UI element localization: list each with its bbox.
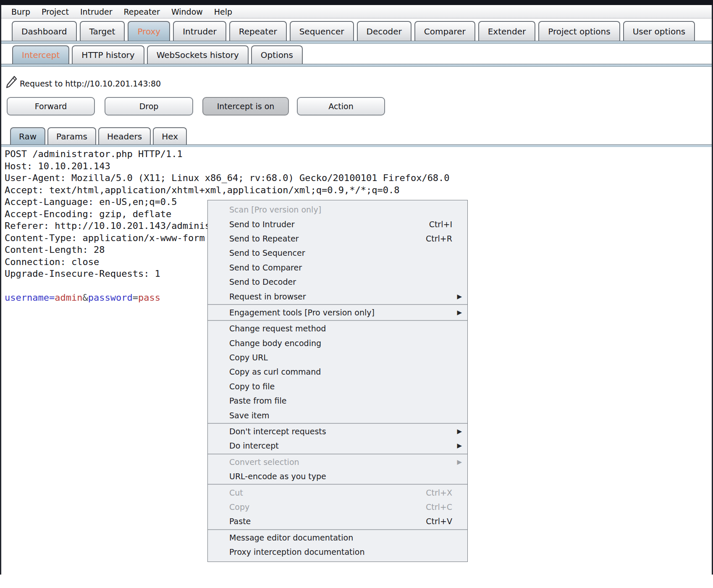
- tab-extender[interactable]: Extender: [478, 21, 536, 41]
- tab-project-options[interactable]: Project options: [538, 21, 620, 41]
- context-menu-item-send-to-comparer[interactable]: Send to Comparer: [208, 260, 467, 275]
- context-menu-item-copy-to-file[interactable]: Copy to file: [208, 379, 467, 394]
- subtab-intercept[interactable]: Intercept: [12, 45, 69, 64]
- context-menu-item-label: Request in browser: [229, 292, 306, 301]
- menubar-item-intruder[interactable]: Intruder: [80, 7, 113, 16]
- context-menu-separator: [208, 529, 467, 530]
- menubar-item-burp[interactable]: Burp: [11, 7, 30, 16]
- request-line: Host: 10.10.201.143: [5, 160, 712, 173]
- body-token: password: [88, 292, 133, 303]
- submenu-arrow-icon: ▶: [457, 428, 462, 435]
- context-menu-item-paste[interactable]: PasteCtrl+V: [208, 514, 467, 528]
- action-button[interactable]: Action: [297, 97, 385, 116]
- body-token: username: [5, 292, 49, 303]
- context-menu-item-label: Save item: [229, 411, 270, 420]
- context-menu-item-copy: CopyCtrl+C: [208, 500, 467, 514]
- context-menu-item-do-intercept[interactable]: Do intercept▶: [208, 438, 467, 453]
- shortcut-label: Ctrl+I: [429, 220, 462, 229]
- context-menu-item-send-to-intruder[interactable]: Send to IntruderCtrl+I: [208, 217, 467, 231]
- context-menu-item-url-encode-as-you-type[interactable]: URL-encode as you type: [208, 469, 467, 483]
- menubar: BurpProjectIntruderRepeaterWindowHelp: [1, 5, 712, 18]
- menubar-item-help[interactable]: Help: [214, 7, 232, 16]
- message-editor-tab-bar: RawParamsHeadersHex: [1, 126, 712, 144]
- request-line: POST /administrator.php HTTP/1.1: [5, 148, 712, 160]
- body-token: admin: [55, 292, 82, 303]
- subtab-websockets-history[interactable]: WebSockets history: [147, 45, 249, 64]
- context-menu-separator: [208, 423, 467, 424]
- context-menu-item-request-in-browser[interactable]: Request in browser▶: [208, 289, 467, 303]
- request-line: Accept: text/html,application/xhtml+xml,…: [5, 184, 712, 197]
- shortcut-label: Ctrl+R: [426, 234, 462, 243]
- context-menu-separator: [208, 454, 467, 454]
- context-menu-item-send-to-decoder[interactable]: Send to Decoder: [208, 275, 467, 289]
- shortcut-label: Ctrl+V: [426, 517, 462, 526]
- tab-band: [1, 64, 712, 67]
- tab-comparer[interactable]: Comparer: [414, 21, 475, 41]
- context-menu-item-message-editor-documentation[interactable]: Message editor documentation: [208, 530, 467, 545]
- context-menu-item-copy-url[interactable]: Copy URL: [208, 350, 467, 365]
- body-token: &: [82, 292, 88, 303]
- body-token: =: [49, 292, 55, 303]
- context-menu-item-label: Scan [Pro version only]: [229, 205, 321, 214]
- context-menu-item-change-body-encoding[interactable]: Change body encoding: [208, 336, 467, 350]
- forward-button[interactable]: Forward: [7, 97, 95, 116]
- context-menu-item-label: Copy: [229, 502, 249, 512]
- shortcut-label: Ctrl+X: [426, 488, 462, 497]
- context-menu-item-label: Convert selection: [229, 457, 299, 467]
- context-menu-item-send-to-sequencer[interactable]: Send to Sequencer: [208, 246, 467, 260]
- context-menu-item-proxy-interception-documentation[interactable]: Proxy interception documentation: [208, 545, 467, 559]
- context-menu-item-label: Engagement tools [Pro version only]: [229, 308, 375, 317]
- context-menu-item-label: Copy URL: [229, 353, 268, 362]
- body-token: =: [133, 292, 138, 303]
- context-menu-item-label: Copy as curl command: [229, 367, 321, 376]
- context-menu-item-engagement-tools-pro-version-only[interactable]: Engagement tools [Pro version only]▶: [208, 305, 467, 320]
- request-line: User-Agent: Mozilla/5.0 (X11; Linux x86_…: [5, 172, 712, 184]
- context-menu-item-label: Send to Intruder: [229, 220, 295, 229]
- editor-tab-params[interactable]: Params: [47, 127, 96, 144]
- context-menu-item-save-item[interactable]: Save item: [208, 408, 467, 422]
- tab-sequencer[interactable]: Sequencer: [290, 21, 354, 41]
- body-token: pass: [138, 292, 160, 303]
- menubar-item-repeater[interactable]: Repeater: [123, 7, 160, 16]
- menubar-item-window[interactable]: Window: [171, 7, 203, 16]
- context-menu-item-paste-from-file[interactable]: Paste from file: [208, 394, 467, 408]
- context-menu-item-don-t-intercept-requests[interactable]: Don't intercept requests▶: [208, 424, 467, 438]
- editor-tab-hex[interactable]: Hex: [153, 127, 187, 144]
- context-menu-item-change-request-method[interactable]: Change request method: [208, 321, 467, 336]
- proxy-sub-tab-bar: InterceptHTTP historyWebSockets historyO…: [1, 44, 712, 64]
- context-menu-item-convert-selection: Convert selection▶: [208, 455, 467, 469]
- context-menu-item-label: Send to Comparer: [229, 263, 302, 272]
- subtab-options[interactable]: Options: [251, 45, 303, 64]
- tab-user-options[interactable]: User options: [623, 21, 695, 41]
- intercept-is-on-button[interactable]: Intercept is on: [202, 97, 289, 116]
- menubar-item-project[interactable]: Project: [42, 7, 69, 16]
- editor-tab-raw[interactable]: Raw: [10, 127, 45, 144]
- context-menu-item-copy-as-curl-command[interactable]: Copy as curl command: [208, 365, 467, 379]
- tab-repeater[interactable]: Repeater: [229, 21, 287, 41]
- tab-decoder[interactable]: Decoder: [357, 21, 412, 41]
- tab-target[interactable]: Target: [80, 21, 125, 41]
- context-menu-item-label: Message editor documentation: [229, 533, 353, 542]
- tab-band: [1, 41, 712, 44]
- context-menu-item-label: Cut: [229, 488, 243, 497]
- context-menu-separator: [208, 320, 467, 321]
- context-menu-item-cut: CutCtrl+X: [208, 485, 467, 499]
- pencil-icon: [5, 75, 17, 90]
- editor-tab-headers[interactable]: Headers: [98, 127, 151, 144]
- context-menu-item-label: Paste from file: [229, 396, 287, 405]
- drop-button[interactable]: Drop: [105, 97, 193, 116]
- tab-intruder[interactable]: Intruder: [173, 21, 226, 41]
- submenu-arrow-icon: ▶: [457, 442, 462, 449]
- main-tab-bar: DashboardTargetProxyIntruderRepeaterSequ…: [1, 18, 712, 41]
- context-menu-item-label: Send to Repeater: [229, 234, 299, 243]
- context-menu-item-label: Don't intercept requests: [229, 427, 326, 436]
- submenu-arrow-icon: ▶: [457, 309, 462, 316]
- context-menu-item-label: Copy to file: [229, 382, 275, 391]
- subtab-http-history[interactable]: HTTP history: [72, 45, 144, 64]
- tab-proxy[interactable]: Proxy: [128, 21, 170, 41]
- context-menu-item-send-to-repeater[interactable]: Send to RepeaterCtrl+R: [208, 231, 467, 246]
- tab-dashboard[interactable]: Dashboard: [12, 21, 77, 41]
- window-titlebar: [0, 0, 713, 5]
- context-menu-item-label: Paste: [229, 517, 251, 526]
- context-menu-item-label: Change body encoding: [229, 339, 321, 348]
